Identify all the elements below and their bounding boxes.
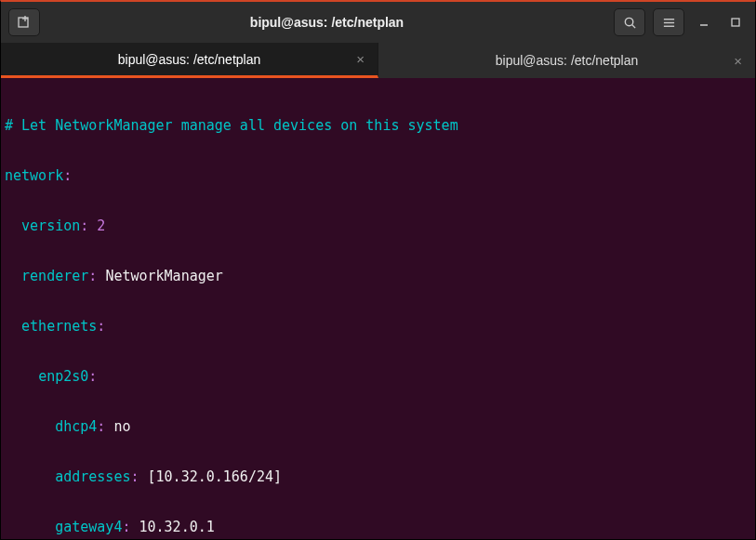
- search-icon: [623, 16, 637, 30]
- close-icon[interactable]: ×: [734, 53, 742, 69]
- maximize-button[interactable]: [723, 10, 748, 34]
- yaml-colon: :: [97, 318, 105, 335]
- new-tab-button[interactable]: [8, 8, 40, 36]
- svg-line-4: [631, 24, 634, 27]
- window-title: bipul@asus: /etc/netplan: [47, 15, 606, 30]
- close-icon[interactable]: ×: [356, 51, 365, 67]
- minimize-button[interactable]: [692, 10, 716, 34]
- titlebar-right: [614, 8, 748, 36]
- yaml-key: dhcp4: [55, 418, 97, 435]
- yaml-colon: :: [122, 519, 130, 535]
- search-button[interactable]: [614, 8, 645, 36]
- yaml-key: addresses: [55, 468, 130, 485]
- yaml-colon: :: [88, 368, 97, 385]
- tab-0[interactable]: bipul@asus: /etc/netplan ×: [1, 43, 378, 78]
- titlebar: bipul@asus: /etc/netplan: [1, 2, 755, 43]
- editor-line: addresses: [10.32.0.166/24]: [5, 468, 751, 485]
- editor-line: # Let NetworkManager manage all devices …: [5, 117, 751, 134]
- svg-point-3: [625, 18, 632, 25]
- yaml-value: 10.32.0.1: [139, 519, 215, 535]
- yaml-value: NetworkManager: [105, 268, 222, 284]
- yaml-comment: # Let NetworkManager manage all devices …: [5, 117, 458, 134]
- yaml-key: enp2s0: [38, 368, 88, 385]
- editor-line: version: 2: [5, 217, 751, 234]
- editor-line: renderer: NetworkManager: [5, 268, 751, 284]
- menu-button[interactable]: [653, 8, 684, 36]
- yaml-value: no: [113, 418, 130, 435]
- maximize-icon: [731, 18, 740, 27]
- yaml-colon: :: [63, 167, 72, 184]
- yaml-key: gateway4: [55, 519, 122, 535]
- editor-line: enp2s0:: [5, 368, 751, 385]
- editor-line: ethernets:: [5, 318, 751, 335]
- tab-label: bipul@asus: /etc/netplan: [496, 53, 639, 68]
- minimize-icon: [699, 18, 709, 27]
- yaml-key: renderer: [21, 268, 88, 284]
- yaml-colon: :: [80, 217, 88, 234]
- terminal-editor[interactable]: # Let NetworkManager manage all devices …: [1, 78, 755, 540]
- yaml-key: version: [21, 217, 80, 234]
- editor-line: dhcp4: no: [5, 418, 751, 435]
- yaml-colon: :: [97, 418, 105, 435]
- yaml-colon: :: [130, 468, 139, 485]
- hamburger-icon: [662, 16, 676, 30]
- tab-label: bipul@asus: /etc/netplan: [118, 52, 261, 67]
- new-tab-icon: [17, 15, 32, 30]
- yaml-value: 2: [97, 217, 105, 234]
- editor-line: network:: [5, 167, 751, 184]
- tab-bar: bipul@asus: /etc/netplan × bipul@asus: /…: [1, 43, 755, 78]
- yaml-value: [10.32.0.166/24]: [148, 468, 283, 485]
- yaml-colon: :: [88, 268, 97, 284]
- yaml-key: ethernets: [21, 318, 97, 335]
- editor-line: gateway4: 10.32.0.1: [5, 519, 751, 535]
- svg-rect-9: [732, 19, 739, 26]
- yaml-key: network: [5, 167, 63, 184]
- tab-1[interactable]: bipul@asus: /etc/netplan ×: [378, 43, 755, 78]
